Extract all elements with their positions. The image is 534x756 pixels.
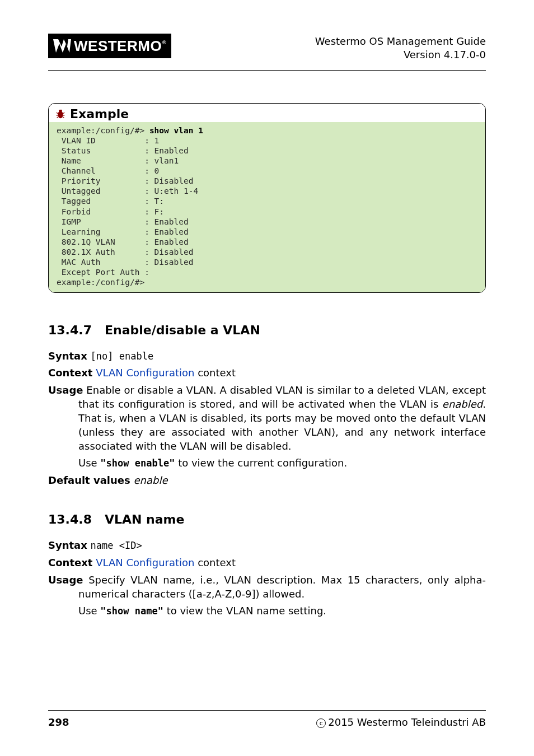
section-heading-1: 13.4.7 Enable/disable a VLAN (48, 323, 486, 337)
usage-tail: to view the current configuration. (175, 457, 347, 469)
usage-enabled: enabled (442, 398, 483, 410)
usage-cmd: "show enable" (100, 458, 175, 469)
copyright: c2015 Westermo Teleindustri AB (316, 716, 486, 728)
usage-tail: to view the VLAN name setting. (163, 605, 326, 617)
command-1: show vlan 1 (149, 126, 203, 135)
usage-block-2: Usage Specify VLAN name, i.e., VLAN desc… (48, 573, 486, 618)
context-suffix: context (194, 367, 236, 379)
usage-label: Usage (48, 384, 83, 396)
default-label: Default values (48, 474, 130, 486)
output-line: IGMP : Enabled (57, 217, 189, 226)
logo-trademark: ® (162, 40, 166, 45)
context-link[interactable]: VLAN Configuration (96, 557, 194, 568)
section-title: Enable/disable a VLAN (105, 323, 260, 337)
syntax-label: Syntax (48, 539, 87, 551)
usage-block-1: Usage Enable or disable a VLAN. A disabl… (48, 384, 486, 470)
output-line: Channel : 0 (57, 166, 159, 175)
output-line: VLAN ID : 1 (57, 136, 159, 145)
westermo-logo: WESTERMO® (48, 34, 171, 58)
output-line: Tagged : T: (57, 197, 164, 206)
output-line: Untagged : U:eth 1-4 (57, 186, 198, 195)
syntax-line-2: Syntax name <ID> (48, 539, 486, 553)
section-number: 13.4.8 (48, 512, 92, 526)
usage-use: Use (78, 605, 100, 617)
copyright-icon: c (316, 718, 326, 728)
output-line: Status : Enabled (57, 146, 189, 155)
prompt-2: example:/config/#> (57, 278, 144, 287)
example-title: Example (70, 107, 129, 121)
page-footer: 298 c2015 Westermo Teleindustri AB (48, 710, 486, 728)
header-right: Westermo OS Management Guide Version 4.1… (315, 34, 486, 62)
logo-brand: WESTERMO (74, 38, 162, 54)
output-line: 802.1Q VLAN : Enabled (57, 237, 189, 246)
context-label: Context (48, 557, 92, 568)
logo-w-icon (53, 39, 72, 53)
prompt-1: example:/config/#> (57, 126, 149, 135)
copyright-text: 2015 Westermo Teleindustri AB (328, 716, 486, 728)
page-header: WESTERMO® Westermo OS Management Guide V… (48, 34, 486, 71)
context-suffix: context (194, 557, 236, 568)
context-line-1: Context VLAN Configuration context (48, 366, 486, 380)
usage-text: Specify VLAN name, i.e., VLAN descriptio… (78, 574, 486, 600)
example-box: Example example:/config/#> show vlan 1 V… (48, 103, 486, 293)
section-heading-2: 13.4.8 VLAN name (48, 512, 486, 526)
syntax-value: [no] enable (91, 351, 154, 362)
output-line: Forbid : F: (57, 207, 164, 216)
section-title: VLAN name (105, 512, 185, 526)
guide-version: Version 4.17.0-0 (315, 48, 486, 62)
default-values-line: Default values enable (48, 474, 486, 488)
usage-use: Use (78, 457, 100, 469)
guide-title: Westermo OS Management Guide (315, 35, 486, 48)
context-line-2: Context VLAN Configuration context (48, 556, 486, 570)
output-line: Priority : Disabled (57, 176, 193, 185)
page-number: 298 (48, 716, 69, 728)
logo-text: WESTERMO® (74, 38, 166, 55)
syntax-value: name <ID> (91, 540, 142, 551)
context-label: Context (48, 367, 92, 379)
output-line: Learning : Enabled (57, 227, 189, 236)
syntax-line-1: Syntax [no] enable (48, 349, 486, 363)
usage-text: Enable or disable a VLAN. A disabled VLA… (78, 384, 486, 410)
usage-label: Usage (48, 574, 83, 586)
terminal-output: example:/config/#> show vlan 1 VLAN ID :… (49, 122, 485, 292)
usage-cmd: "show name" (100, 605, 163, 617)
example-icon (54, 108, 67, 120)
section-number: 13.4.7 (48, 323, 92, 337)
syntax-label: Syntax (48, 350, 87, 362)
default-value: enable (134, 474, 168, 486)
context-link[interactable]: VLAN Configuration (96, 367, 194, 379)
output-line: MAC Auth : Disabled (57, 258, 193, 267)
output-line: Name : vlan1 (57, 156, 179, 165)
output-line: Except Port Auth : (57, 268, 149, 277)
output-line: 802.1X Auth : Disabled (57, 248, 193, 256)
